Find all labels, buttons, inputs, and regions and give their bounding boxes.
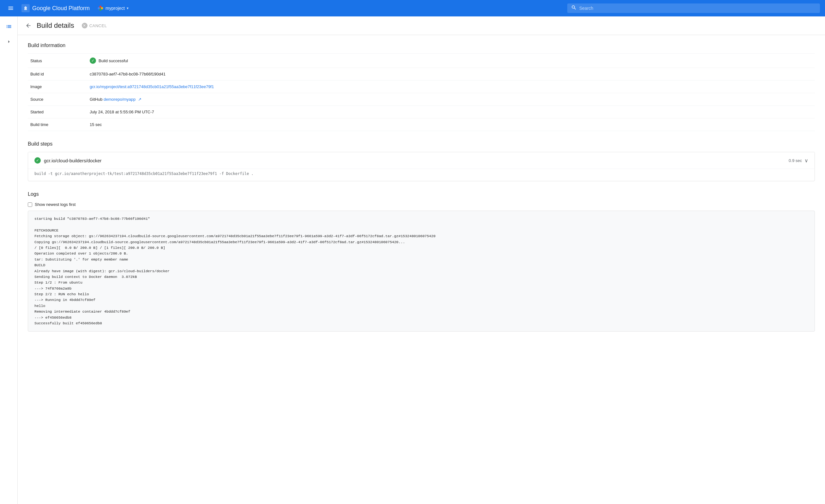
page-title: Build details — [36, 21, 74, 30]
build-id-value: c3870783-aef7-47b8-bc08-77b66f190d41 — [85, 68, 815, 81]
build-step-header: ✓ gcr.io/cloud-builders/docker 0.9 sec ∨ — [28, 152, 815, 169]
row-label: Started — [28, 106, 85, 118]
search-icon — [571, 5, 577, 12]
newest-first-label[interactable]: Show newest logs first — [35, 202, 75, 207]
table-row: Source GitHub demorepo/myapp ↗ — [28, 93, 815, 106]
row-label: Image — [28, 81, 85, 93]
cancel-icon: ✕ — [82, 23, 87, 28]
step-success-icon: ✓ — [34, 157, 41, 164]
hamburger-menu[interactable] — [5, 3, 16, 14]
logs-checkbox-row: Show newest logs first — [28, 202, 815, 207]
status-success: ✓ Build successful — [90, 58, 810, 64]
page-header: Build details ✕ CANCEL — [18, 16, 825, 35]
project-name: myproject — [105, 6, 125, 11]
logs-title: Logs — [28, 191, 815, 197]
back-button[interactable] — [25, 22, 31, 29]
sidebar — [0, 16, 18, 504]
sidebar-icon-list[interactable] — [3, 20, 15, 33]
build-steps-title: Build steps — [28, 141, 815, 147]
search-input[interactable] — [579, 6, 816, 11]
top-bar: Google Cloud Platform myproject ▾ — [0, 0, 825, 16]
logs-section: Logs Show newest logs first starting bui… — [28, 191, 815, 332]
status-value: Build successful — [98, 59, 128, 63]
project-dots-icon — [97, 5, 103, 11]
app-name: Google Cloud Platform — [32, 5, 90, 12]
row-label: Build id — [28, 68, 85, 81]
project-chevron-icon: ▾ — [127, 6, 129, 10]
svg-rect-1 — [24, 9, 27, 10]
build-step-command: build -t gcr.io/aanotherproject-tk/test:… — [28, 169, 815, 181]
row-label: Build time — [28, 118, 85, 131]
build-information-section: Build information Status ✓ Build success… — [28, 43, 815, 131]
cancel-label: CANCEL — [89, 23, 107, 28]
newest-first-checkbox[interactable] — [28, 202, 32, 207]
table-row: Started July 24, 2018 at 5:55:06 PM UTC-… — [28, 106, 815, 118]
success-checkmark-icon: ✓ — [90, 58, 96, 64]
row-label: Source — [28, 93, 85, 106]
log-output: starting build "c3870783-aef7-47b8-bc08-… — [28, 211, 815, 332]
app-logo: Google Cloud Platform — [21, 4, 90, 12]
cancel-button[interactable]: ✕ CANCEL — [79, 21, 109, 30]
project-selector[interactable]: myproject ▾ — [95, 4, 131, 13]
external-link-icon: ↗ — [138, 97, 142, 102]
table-row: Build time 15 sec — [28, 118, 815, 131]
build-step-time: 0.9 sec ∨ — [789, 158, 808, 164]
expand-icon[interactable]: ∨ — [805, 158, 808, 164]
build-info-title: Build information — [28, 43, 815, 48]
content-area: Build information Status ✓ Build success… — [18, 35, 825, 347]
table-row: Image gcr.io/myproject/test:a9721748d35c… — [28, 81, 815, 93]
table-row: Build id c3870783-aef7-47b8-bc08-77b66f1… — [28, 68, 815, 81]
svg-point-5 — [99, 8, 102, 11]
build-steps-section: Build steps ✓ gcr.io/cloud-builders/dock… — [28, 141, 815, 181]
sidebar-icon-arrow[interactable] — [3, 35, 15, 48]
build-info-table: Status ✓ Build successful Build id — [28, 53, 815, 131]
main-layout: Build details ✕ CANCEL Build information… — [0, 16, 825, 504]
table-row: Status ✓ Build successful — [28, 54, 815, 68]
source-link[interactable]: demorepo/myapp — [103, 97, 136, 102]
build-step-name: gcr.io/cloud-builders/docker — [44, 158, 789, 163]
started-value: July 24, 2018 at 5:55:06 PM UTC-7 — [85, 106, 815, 118]
row-label: Status — [28, 54, 85, 68]
build-step-card: ✓ gcr.io/cloud-builders/docker 0.9 sec ∨… — [28, 152, 815, 181]
image-link[interactable]: gcr.io/myproject/test:a9721748d35cb01a21… — [90, 84, 214, 89]
search-bar — [567, 3, 820, 13]
build-time-value: 15 sec — [85, 118, 815, 131]
main-content: Build details ✕ CANCEL Build information… — [18, 16, 825, 504]
